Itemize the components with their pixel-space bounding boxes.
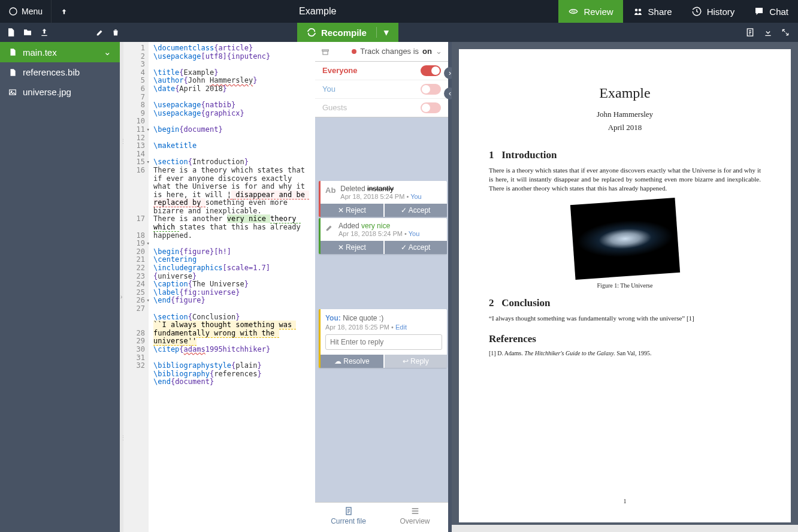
delete-icon[interactable]: [111, 28, 120, 37]
code-editor[interactable]: 12345678910 11▾12131415▾ 16 171819▾20212…: [123, 42, 315, 532]
guests-toggle[interactable]: [421, 102, 441, 113]
svg-rect-8: [323, 51, 328, 55]
top-bar: Menu Example Ab Review Share History Cha…: [0, 0, 798, 23]
svg-point-0: [10, 8, 17, 15]
strike-icon: Ab: [325, 185, 335, 195]
recompile-button[interactable]: Recompile ▾: [297, 23, 398, 42]
line-gutter: 12345678910 11▾12131415▾ 16 171819▾20212…: [123, 42, 149, 532]
file-item-bib[interactable]: references.bib: [0, 62, 120, 82]
guests-label: Guests: [322, 103, 347, 112]
pdf-page-number: 1: [459, 498, 791, 504]
code-content[interactable]: \documentclass{article} \usepackage[utf8…: [149, 42, 315, 532]
svg-point-3: [638, 9, 641, 12]
track-guests-row: Guests: [315, 99, 448, 117]
pdf-date: April 2018: [489, 123, 761, 132]
file-name: main.tex: [23, 47, 57, 58]
pdf-viewport[interactable]: Example John Hammersley April 2018 1 Int…: [452, 42, 798, 532]
comment-card: You: Nice quote :) Apr 18, 2018 5:25 PM …: [319, 309, 447, 368]
everyone-toggle[interactable]: [421, 65, 441, 76]
file-name: references.bib: [23, 67, 80, 77]
reply-button[interactable]: ↩ Reply: [385, 355, 448, 368]
status-dot-icon: [352, 49, 356, 54]
review-footer: Current file Overview: [315, 502, 448, 532]
chevron-down-icon[interactable]: ⌄: [104, 47, 111, 58]
pdf-title: Example: [489, 85, 761, 101]
upload-icon[interactable]: [40, 28, 49, 37]
pdf-section-2: 2 Conclusion: [489, 297, 761, 309]
deleted-label: Deleted: [340, 185, 365, 193]
pdf-reference: [1] D. Adams. The Hitchhiker's Guide to …: [489, 350, 761, 356]
pdf-author: John Hammersley: [489, 110, 761, 119]
pdf-paragraph: There is a theory which states that if e…: [489, 166, 761, 193]
reject-button[interactable]: ✕ Reject: [321, 241, 383, 254]
you-label: You: [322, 84, 335, 93]
reject-button[interactable]: ✕ Reject: [321, 204, 383, 217]
comment-author: You:: [325, 314, 341, 322]
track-dropdown-icon[interactable]: ⌄: [436, 47, 442, 56]
review-label: Review: [584, 7, 613, 17]
svg-point-2: [634, 9, 637, 12]
review-panel: Track changes is on ⌄ Everyone You Guest…: [315, 42, 448, 532]
menu-label: Menu: [22, 7, 43, 16]
tab-overview[interactable]: Overview: [382, 503, 448, 532]
recompile-label: Recompile: [321, 28, 367, 38]
chat-label: Chat: [769, 7, 788, 17]
pdf-section-1: 1 Introduction: [489, 149, 761, 161]
pdf-references-heading: References: [489, 333, 761, 345]
menu-button[interactable]: Menu: [0, 0, 51, 23]
new-folder-icon[interactable]: [23, 28, 32, 37]
everyone-label: Everyone: [322, 66, 358, 75]
pdf-page: Example John Hammersley April 2018 1 Int…: [459, 49, 791, 522]
pdf-figure: Figure 1: The Universe: [489, 201, 761, 289]
resolve-button[interactable]: ☁ Resolve: [321, 355, 383, 368]
reply-input[interactable]: [325, 334, 442, 350]
pdf-caption: Figure 1: The Universe: [489, 282, 761, 289]
change-card-added: Added very nice Apr 18, 2018 5:24 PM • Y…: [319, 218, 447, 254]
review-header: Track changes is on ⌄: [315, 42, 448, 62]
new-file-icon[interactable]: [6, 28, 16, 37]
pdf-panel: Example John Hammersley April 2018 1 Int…: [452, 42, 798, 532]
edit-link[interactable]: Edit: [395, 324, 407, 331]
toolbar: Recompile ▾: [0, 23, 798, 42]
horizontal-scrollbar[interactable]: [452, 525, 798, 532]
recompile-dropdown-icon[interactable]: ▾: [376, 27, 389, 38]
file-name: universe.jpg: [23, 87, 71, 97]
accept-button[interactable]: ✓ Accept: [385, 241, 448, 254]
file-tree: main.tex ⌄ references.bib universe.jpg: [0, 42, 120, 532]
added-label: Added: [338, 222, 359, 230]
change-card-deleted: Ab Deleted instantly Apr 18, 2018 5:24 P…: [319, 181, 447, 217]
rename-icon[interactable]: [96, 28, 104, 37]
project-title: Example: [77, 6, 558, 17]
tab-current-file[interactable]: Current file: [315, 503, 382, 532]
history-button[interactable]: History: [682, 0, 745, 23]
galaxy-image: [570, 198, 679, 280]
chat-button[interactable]: Chat: [744, 0, 798, 23]
track-everyone-row: Everyone: [315, 62, 448, 80]
history-label: History: [707, 7, 735, 17]
archive-icon[interactable]: [321, 47, 330, 56]
share-label: Share: [648, 7, 672, 17]
added-text: very nice: [361, 222, 390, 230]
review-button[interactable]: Ab Review: [558, 0, 622, 23]
pdf-paragraph: “I always thought something was fundamen…: [489, 314, 761, 323]
download-icon[interactable]: [763, 28, 773, 37]
you-toggle[interactable]: [421, 84, 441, 95]
track-you-row: You: [315, 80, 448, 99]
svg-text:Ab: Ab: [572, 10, 576, 13]
file-item-main[interactable]: main.tex ⌄: [0, 42, 120, 62]
accept-button[interactable]: ✓ Accept: [385, 204, 448, 217]
share-button[interactable]: Share: [623, 0, 682, 23]
pencil-icon: [325, 222, 334, 232]
logs-icon[interactable]: [745, 28, 755, 37]
up-button[interactable]: [52, 7, 77, 16]
file-item-image[interactable]: universe.jpg: [0, 82, 120, 102]
track-label: Track changes is: [360, 47, 419, 56]
fullscreen-icon[interactable]: [781, 28, 790, 37]
deleted-text: instantly: [367, 185, 394, 193]
track-state: on: [422, 47, 432, 56]
main-area: main.tex ⌄ references.bib universe.jpg ⋮…: [0, 42, 798, 532]
comment-text: Nice quote :): [343, 314, 383, 322]
